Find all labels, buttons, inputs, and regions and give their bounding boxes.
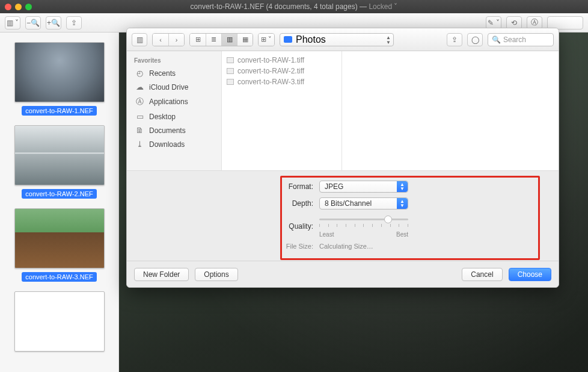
save-sheet-toolbar: ▥ ‹ › ⊞ ≣ ▥ ▦ ⊞ ˅ Photos ▲▼ ⇪ ◯ 🔍 Search	[127, 28, 559, 51]
quality-label: Quality:	[144, 222, 319, 231]
thumbnail-image	[14, 291, 105, 352]
popup-arrows-icon: ▲▼	[386, 36, 391, 45]
file-icon	[227, 57, 234, 63]
gallery-view-button[interactable]: ▦	[237, 34, 253, 46]
thumbnail-4[interactable]	[14, 291, 105, 352]
choose-button[interactable]: Choose	[509, 268, 551, 281]
thumbnail-2[interactable]: convert-to-RAW-2.NEF	[14, 125, 105, 199]
file-icon	[227, 68, 234, 74]
cloud-icon: ☁	[135, 82, 144, 91]
quality-best-label: Best	[396, 231, 408, 238]
icon-view-button[interactable]: ⊞	[190, 34, 206, 46]
sidebar-toggle-sheet-button[interactable]: ▥	[132, 33, 147, 46]
file-icon	[227, 79, 234, 85]
cancel-button[interactable]: Cancel	[462, 268, 502, 281]
window-titlebar: convert-to-RAW-1.NEF (4 documents, 4 tot…	[0, 0, 588, 13]
sidebar-item-icloud[interactable]: ☁iCloud Drive	[127, 80, 221, 94]
thumbnail-label: convert-to-RAW-3.NEF	[22, 272, 96, 282]
zoom-in-button[interactable]: +🔍	[46, 16, 61, 29]
traffic-lights	[0, 4, 32, 10]
search-input[interactable]: 🔍 Search	[488, 33, 554, 46]
desktop-icon: ▭	[135, 112, 144, 121]
window-title: convert-to-RAW-1.NEF (4 documents, 4 tot…	[0, 2, 588, 11]
share-sheet-button[interactable]: ⇪	[447, 33, 462, 46]
save-sheet: ▥ ‹ › ⊞ ≣ ▥ ▦ ⊞ ˅ Photos ▲▼ ⇪ ◯ 🔍 Search…	[126, 28, 559, 288]
thumbnails-sidebar: convert-to-RAW-1.NEF convert-to-RAW-2.NE…	[0, 33, 119, 372]
sidebar-item-desktop[interactable]: ▭Desktop	[127, 110, 221, 123]
location-name: Photos	[296, 34, 326, 45]
thumbnail-image	[14, 42, 105, 102]
favorites-column: Favorites ◴Recents ☁iCloud Drive ⒶApplic…	[127, 51, 222, 170]
document-filename: convert-to-RAW-1.NEF	[191, 2, 265, 11]
folder-icon	[284, 36, 292, 43]
thumbnail-1[interactable]: convert-to-RAW-1.NEF	[14, 42, 105, 116]
slider-thumb[interactable]	[384, 215, 392, 223]
nav-segment: ‹ ›	[152, 33, 185, 46]
depth-label: Depth:	[144, 199, 319, 208]
sidebar-item-downloads[interactable]: ⤓Downloads	[127, 137, 221, 151]
search-placeholder: Search	[503, 36, 526, 44]
document-count-info: (4 documents, 4 total pages)	[266, 2, 358, 11]
file-list-column: convert-to-RAW-1.tiff convert-to-RAW-2.t…	[222, 51, 342, 170]
sidebar-toggle-button[interactable]: ▥ ˅	[5, 16, 20, 29]
share-button[interactable]: ⇪	[66, 16, 82, 29]
options-button[interactable]: Options	[195, 268, 237, 281]
column-view-button[interactable]: ▥	[221, 34, 237, 46]
file-row[interactable]: convert-to-RAW-1.tiff	[227, 55, 337, 66]
group-by-segment[interactable]: ⊞ ˅	[258, 33, 275, 46]
fullscreen-window-button[interactable]	[25, 4, 32, 10]
quality-slider[interactable]	[319, 214, 408, 224]
thumbnail-label: convert-to-RAW-1.NEF	[22, 106, 96, 116]
depth-select[interactable]: 8 Bits/Channel ▲▼	[319, 197, 408, 209]
recents-icon: ◴	[135, 69, 144, 78]
thumbnail-3[interactable]: convert-to-RAW-3.NEF	[14, 208, 105, 282]
downloads-icon: ⤓	[135, 140, 144, 149]
minimize-window-button[interactable]	[15, 4, 22, 10]
favorites-header: Favorites	[127, 55, 221, 66]
slider-track	[319, 219, 408, 220]
file-row[interactable]: convert-to-RAW-2.tiff	[227, 66, 337, 76]
location-popup[interactable]: Photos ▲▼	[280, 33, 394, 46]
sidebar-item-applications[interactable]: ⒶApplications	[127, 94, 221, 110]
search-icon: 🔍	[492, 36, 501, 44]
sidebar-item-documents[interactable]: 🗎Documents	[127, 123, 221, 137]
export-options-panel: Format: JPEG ▲▼ Depth: 8 Bits/Channel ▲▼…	[127, 170, 559, 261]
view-mode-segment: ⊞ ≣ ▥ ▦	[189, 33, 253, 46]
thumbnail-label: convert-to-RAW-2.NEF	[22, 189, 96, 199]
forward-button[interactable]: ›	[168, 34, 184, 46]
file-row[interactable]: convert-to-RAW-3.tiff	[227, 76, 337, 87]
filesize-value: Calculating Size…	[319, 243, 373, 250]
select-arrows-icon: ▲▼	[397, 181, 408, 192]
zoom-out-button[interactable]: −🔍	[25, 16, 41, 29]
sidebar-item-recents[interactable]: ◴Recents	[127, 66, 221, 80]
thumbnail-image	[14, 125, 105, 185]
format-label: Format:	[144, 182, 319, 191]
back-button[interactable]: ‹	[153, 34, 168, 46]
preview-column	[342, 51, 559, 170]
locked-indicator[interactable]: Locked ˅	[369, 2, 397, 11]
format-value: JPEG	[325, 182, 343, 191]
filesize-label: File Size:	[144, 243, 319, 250]
format-select[interactable]: JPEG ▲▼	[319, 181, 408, 193]
new-folder-button[interactable]: New Folder	[134, 268, 189, 281]
depth-value: 8 Bits/Channel	[325, 199, 372, 208]
close-window-button[interactable]	[5, 4, 11, 10]
quality-least-label: Least	[319, 231, 334, 238]
tags-button[interactable]: ◯	[467, 33, 483, 46]
sheet-button-row: New Folder Options Cancel Choose	[127, 261, 559, 287]
thumbnail-image	[14, 208, 105, 268]
list-view-button[interactable]: ≣	[206, 34, 221, 46]
documents-icon: 🗎	[135, 126, 144, 135]
select-arrows-icon: ▲▼	[397, 198, 408, 209]
applications-icon: Ⓐ	[135, 96, 144, 107]
finder-columns: Favorites ◴Recents ☁iCloud Drive ⒶApplic…	[127, 51, 559, 170]
